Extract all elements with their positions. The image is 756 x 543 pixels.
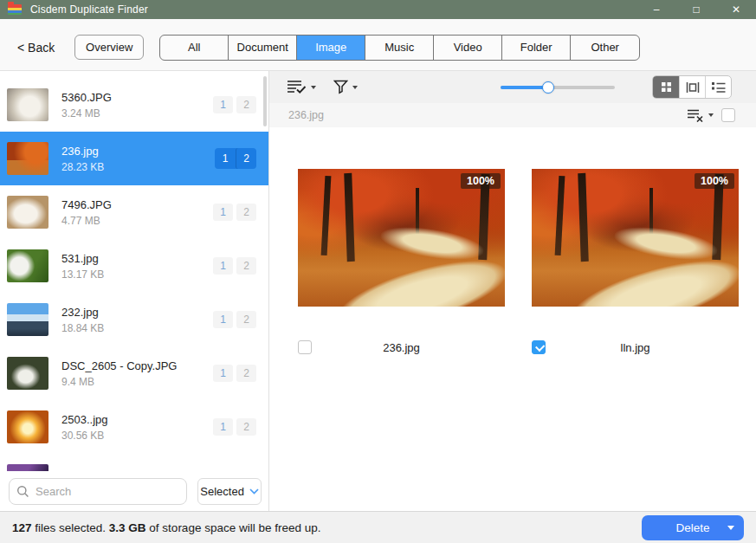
duplicate-count-badges[interactable]: 1 2	[213, 96, 256, 113]
list-view-button[interactable]	[705, 76, 731, 98]
duplicate-list-sidebar: 5360.JPG 3.24 MB 1 2 236.jpg 28.23 KB 1 …	[0, 71, 269, 511]
back-button[interactable]: < Back	[17, 41, 55, 55]
duplicate-count-badges[interactable]: 1 2	[213, 418, 256, 436]
column-view-button[interactable]	[679, 76, 705, 98]
title-bar: Cisdem Duplicate Finder – □ ✕	[0, 0, 756, 19]
duplicate-row-partial[interactable]: 1361.jpg	[0, 454, 268, 471]
autumn-photo	[298, 169, 505, 307]
tab-all[interactable]: All	[160, 36, 229, 60]
search-input[interactable]	[36, 485, 174, 498]
duplicate-row[interactable]: 5360.JPG 3.24 MB 1 2	[0, 78, 268, 132]
image-preview[interactable]: 100%	[298, 169, 505, 307]
group-header: 236.jpg	[269, 103, 756, 127]
duplicate-row[interactable]: 531.jpg 13.17 KB 1 2	[0, 239, 268, 293]
preview-toolbar	[269, 71, 756, 103]
delete-dropdown-caret-icon[interactable]	[727, 526, 734, 530]
duplicate-badge-2[interactable]: 2	[236, 96, 256, 113]
selected-filter-label: Selected	[200, 485, 244, 498]
main-body: 5360.JPG 3.24 MB 1 2 236.jpg 28.23 KB 1 …	[0, 71, 756, 511]
deselect-list-menu-button[interactable]	[687, 109, 714, 122]
duplicate-badge-1[interactable]: 1	[213, 365, 233, 382]
tab-folder[interactable]: Folder	[502, 36, 571, 60]
slider-track[interactable]	[501, 86, 615, 89]
file-name: 7496.JPG	[61, 198, 213, 211]
preview-file-name: lln.jpg	[532, 341, 739, 354]
tab-other[interactable]: Other	[571, 36, 639, 60]
file-name: 2503..jpg	[61, 413, 213, 426]
file-size: 13.17 KB	[61, 268, 213, 281]
filter-menu-button[interactable]	[333, 80, 358, 94]
duplicate-row[interactable]: 7496.JPG 4.77 MB 1 2	[0, 185, 268, 239]
duplicate-badge-1[interactable]: 1	[213, 418, 233, 436]
duplicate-count-badges[interactable]: 1 2	[213, 257, 256, 275]
preview-panel: 236.jpg 100%	[269, 71, 756, 511]
top-toolbar: < Back Overview All Document Image Music…	[0, 19, 756, 71]
file-select-checkbox-checked[interactable]	[532, 340, 546, 354]
tab-document[interactable]: Document	[229, 36, 297, 60]
file-name: 5360.JPG	[61, 91, 213, 104]
slider-fill	[501, 86, 548, 89]
file-size: 9.4 MB	[61, 376, 213, 388]
duplicate-badge-1[interactable]: 1	[213, 204, 233, 221]
delete-button[interactable]: Delete	[642, 515, 744, 540]
window-title: Cisdem Duplicate Finder	[30, 3, 148, 16]
group-select-all-checkbox[interactable]	[721, 108, 735, 122]
grid-view-icon	[661, 81, 672, 93]
image-preview[interactable]: 100%	[532, 169, 739, 307]
duplicate-badge-2[interactable]: 2	[236, 148, 256, 169]
duplicate-badge-2[interactable]: 2	[236, 204, 256, 221]
chevron-down-icon	[249, 488, 259, 495]
search-box[interactable]	[9, 478, 187, 505]
tab-video[interactable]: Video	[434, 36, 502, 60]
list-view-icon	[712, 81, 726, 93]
sidebar-scrollbar[interactable]	[263, 76, 267, 126]
file-size: 30.56 KB	[61, 430, 213, 442]
thumbnail-zoom-slider[interactable]	[501, 81, 615, 94]
file-name: 236.jpg	[61, 145, 215, 158]
duplicate-badge-1[interactable]: 1	[215, 148, 236, 169]
file-select-checkbox[interactable]	[298, 340, 312, 354]
duplicate-row[interactable]: 2503..jpg 30.56 KB 1 2	[0, 400, 268, 454]
maximize-button[interactable]: □	[676, 0, 716, 19]
select-list-menu-button[interactable]	[287, 80, 316, 94]
caret-down-icon	[708, 113, 714, 117]
duplicate-count-badges[interactable]: 1 2	[215, 148, 256, 169]
file-thumbnail	[7, 142, 48, 175]
selected-filter-dropdown[interactable]: Selected	[197, 478, 262, 505]
filter-funnel-icon	[333, 80, 348, 94]
duplicate-badge-2[interactable]: 2	[236, 311, 256, 328]
duplicate-row-selected[interactable]: 236.jpg 28.23 KB 1 2	[0, 132, 268, 185]
duplicate-count-badges[interactable]: 1 2	[213, 311, 256, 328]
selected-files-count: 127	[12, 521, 32, 534]
duplicate-row[interactable]: DSC_2605 - Copy.JPG 9.4 MB 1 2	[0, 346, 268, 400]
duplicate-badge-1[interactable]: 1	[213, 96, 233, 113]
caret-down-icon	[311, 86, 316, 89]
overview-button[interactable]: Overview	[74, 35, 144, 60]
file-thumbnail	[7, 410, 48, 443]
duplicate-previews: 100% 236.jpg 100% lln.jpg	[269, 127, 756, 511]
file-type-tabs: All Document Image Music Video Folder Ot…	[159, 35, 640, 61]
window-controls: – □ ✕	[636, 0, 756, 19]
duplicate-badge-1[interactable]: 1	[213, 311, 233, 328]
duplicate-count-badges[interactable]: 1 2	[213, 365, 256, 382]
duplicate-badge-1[interactable]: 1	[213, 257, 233, 275]
file-name: DSC_2605 - Copy.JPG	[61, 359, 213, 372]
similarity-badge: 100%	[461, 173, 501, 189]
minimize-button[interactable]: –	[636, 0, 676, 19]
freed-space-amount: 3.3 GB	[109, 521, 146, 534]
file-name: 232.jpg	[61, 306, 213, 319]
grid-view-button[interactable]	[653, 76, 679, 98]
tab-music[interactable]: Music	[365, 36, 434, 60]
close-button[interactable]: ✕	[716, 0, 756, 19]
similarity-badge: 100%	[695, 173, 734, 189]
duplicate-badge-2[interactable]: 2	[236, 418, 256, 436]
duplicate-badge-2[interactable]: 2	[236, 365, 256, 382]
duplicate-badge-2[interactable]: 2	[236, 257, 256, 275]
duplicate-count-badges[interactable]: 1 2	[213, 204, 256, 221]
delete-button-label: Delete	[675, 521, 709, 534]
slider-thumb[interactable]	[542, 81, 554, 94]
tab-image[interactable]: Image	[297, 36, 365, 60]
duplicate-row[interactable]: 232.jpg 18.84 KB 1 2	[0, 293, 268, 346]
file-name: 531.jpg	[61, 252, 213, 265]
file-thumbnail	[7, 464, 48, 471]
